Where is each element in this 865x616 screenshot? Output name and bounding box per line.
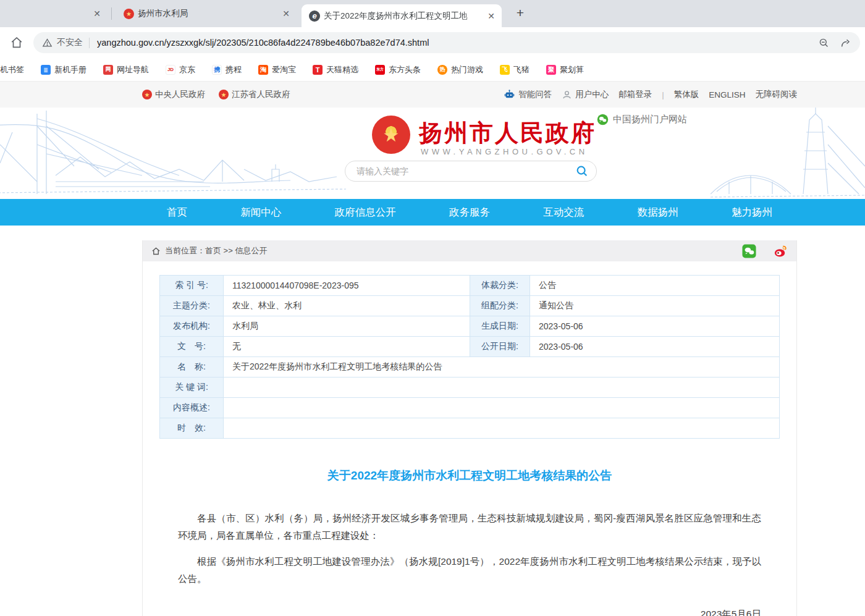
nav-data-yangzhou[interactable]: 数据扬州 (638, 206, 678, 219)
table-row: 内容概述: (160, 398, 780, 418)
bookmark-new-phone-manual[interactable]: ≣ 新机手册 (41, 64, 86, 75)
weibo-share-icon[interactable] (774, 244, 788, 258)
bookmark-jd[interactable]: JD 京东 (166, 64, 195, 75)
robot-icon (504, 89, 515, 101)
browser-toolbar: 不安全 yangzhou.gov.cn/yzszxxgk/slj/202305/… (0, 27, 865, 58)
article-title: 关于2022年度扬州市水利工程文明工地考核结果的公告 (143, 468, 796, 484)
warning-icon (42, 38, 53, 48)
bookmark-tmall[interactable]: T 天猫精选 (313, 64, 358, 75)
bookmark-label: 机书签 (0, 64, 24, 75)
bookmark-eastday[interactable]: 东方 东方头条 (375, 64, 421, 75)
close-icon[interactable]: ✕ (484, 9, 498, 23)
topbar-divider: | (662, 90, 664, 99)
english-label: ENGLISH (709, 90, 745, 99)
bookmark-phone-bookmarks[interactable]: 机书签 (0, 64, 24, 75)
jd-icon: JD (166, 65, 175, 75)
address-bar[interactable]: 不安全 yangzhou.gov.cn/yzszxxgk/slj/202305/… (33, 32, 860, 53)
meta-label: 生成日期: (470, 316, 530, 337)
bookmark-label: 热门游戏 (451, 64, 483, 75)
meta-value-validity (224, 418, 780, 439)
table-row: 时 效: (160, 418, 780, 439)
nav-news-center[interactable]: 新闻中心 (240, 206, 281, 219)
nav-charm-yangzhou[interactable]: 魅力扬州 (732, 206, 772, 219)
bookmarks-bar: 机书签 ≣ 新机手册 网 网址导航 JD 京东 携 携程 淘 爱淘宝 T 天猫精… (0, 58, 865, 82)
meta-label: 文 号: (160, 337, 224, 357)
bookmark-hot-games[interactable]: 热 热门游戏 (437, 64, 483, 75)
table-row: 文 号: 无 公开日期: 2023-05-06 (160, 337, 780, 357)
user-center-link[interactable]: 用户中心 (562, 89, 609, 100)
smart-qa-link[interactable]: 智能问答 (504, 89, 552, 101)
bookmark-ctrip[interactable]: 携 携程 (212, 64, 242, 75)
nav-home[interactable]: 首页 (167, 206, 187, 219)
article-paragraph: 各县（市、区）水利（务）局，扬州经济开发区城乡事务管理局，生态科技新城规划建设局… (143, 510, 796, 544)
meta-label: 主题分类: (160, 296, 224, 316)
meta-value-group: 通知公告 (530, 296, 780, 316)
bookmark-label: 东方头条 (389, 64, 421, 75)
smart-qa-label: 智能问答 (518, 89, 552, 100)
security-label[interactable]: 不安全 (57, 37, 83, 48)
user-center-label: 用户中心 (575, 89, 609, 100)
bookmark-juhuasuan[interactable]: 聚 聚划算 (546, 64, 584, 75)
share-icon[interactable] (840, 37, 851, 49)
tab-divider (111, 7, 112, 20)
close-icon[interactable]: ✕ (279, 7, 293, 20)
games-icon: 热 (437, 65, 447, 75)
wechat-share-icon[interactable] (742, 244, 756, 258)
meta-label: 索 引 号: (160, 276, 224, 296)
gov-topbar: 中央人民政府 江苏省人民政府 智能问答 用户中心 邮箱登录 | (0, 82, 865, 108)
juhuasuan-icon: 聚 (546, 65, 556, 75)
meta-value-summary (224, 398, 780, 418)
meta-value-public-date: 2023-05-06 (530, 337, 780, 357)
bookmark-label: 新机手册 (54, 64, 86, 75)
nav-gov-info-disclosure[interactable]: 政府信息公开 (335, 206, 396, 219)
breadcrumb: 当前位置：首页 >> 信息公开 (165, 245, 267, 256)
breadcrumb-bar: 当前位置：首页 >> 信息公开 (143, 240, 796, 261)
meta-value-genre: 公告 (530, 276, 780, 296)
close-icon[interactable]: ✕ (90, 7, 104, 20)
table-row: 索 引 号: 11321000014407098E-2023-095 体裁分类:… (160, 276, 780, 296)
site-search[interactable] (345, 161, 597, 182)
gov-link-label: 江苏省人民政府 (232, 89, 290, 100)
gov-emblem-icon (142, 90, 152, 99)
link-jiangsu-government[interactable]: 江苏省人民政府 (219, 89, 290, 100)
home-icon[interactable] (9, 35, 25, 51)
meta-label: 时 效: (160, 418, 224, 439)
search-input[interactable] (357, 166, 575, 176)
bookmark-url-navigation[interactable]: 网 网址导航 (103, 64, 149, 75)
document-meta-table: 索 引 号: 11321000014407098E-2023-095 体裁分类:… (159, 275, 780, 439)
wechat-icon (597, 114, 609, 125)
meta-label: 名 称: (160, 357, 224, 378)
table-row: 关 键 词: (160, 378, 780, 398)
portal-badge[interactable]: 中国扬州门户网站 (597, 114, 687, 125)
meta-label: 发布机构: (160, 316, 224, 337)
home-icon[interactable] (151, 247, 161, 256)
ctrip-icon: 携 (212, 65, 222, 75)
new-tab-button[interactable]: + (512, 5, 529, 22)
mail-login-link[interactable]: 邮箱登录 (618, 89, 652, 100)
meta-value-title: 关于2022年度扬州市水利工程文明工地考核结果的公告 (224, 357, 780, 378)
bookmark-aitaobao[interactable]: 淘 爱淘宝 (258, 64, 296, 75)
nav-site-icon: 网 (103, 65, 113, 75)
nav-interaction[interactable]: 互动交流 (543, 206, 584, 219)
english-version-link[interactable]: ENGLISH (709, 90, 745, 99)
url-text[interactable]: yangzhou.gov.cn/yzszxxgk/slj/202305/210c… (97, 38, 812, 48)
nav-gov-services[interactable]: 政务服务 (449, 206, 490, 219)
bookmark-fliggy[interactable]: 飞 飞猪 (500, 64, 530, 75)
traditional-version-link[interactable]: 繁体版 (674, 89, 699, 100)
tab-announcement-active[interactable]: e 关于2022年度扬州市水利工程文明工地 ✕ (302, 4, 502, 27)
accessibility-link[interactable]: 无障碍阅读 (756, 89, 798, 100)
zoom-out-icon[interactable] (818, 37, 830, 49)
meta-value-topic: 农业、林业、水利 (224, 296, 470, 316)
bridge-artwork-right (711, 108, 865, 199)
eastday-icon: 东方 (375, 65, 385, 75)
meta-label: 公开日期: (470, 337, 530, 357)
bookmark-label: 飞猪 (513, 64, 530, 75)
bookmark-label: 聚划算 (560, 64, 584, 75)
search-icon[interactable] (575, 164, 589, 178)
gov-emblem-favicon (124, 9, 134, 19)
tab-title: 扬州市水利局 (138, 8, 276, 19)
link-central-government[interactable]: 中央人民政府 (142, 89, 205, 100)
tmall-icon: T (313, 65, 323, 75)
tab-yangzhou-water-bureau[interactable]: 扬州市水利局 ✕ (115, 0, 298, 27)
bookmark-label: 网址导航 (117, 64, 149, 75)
